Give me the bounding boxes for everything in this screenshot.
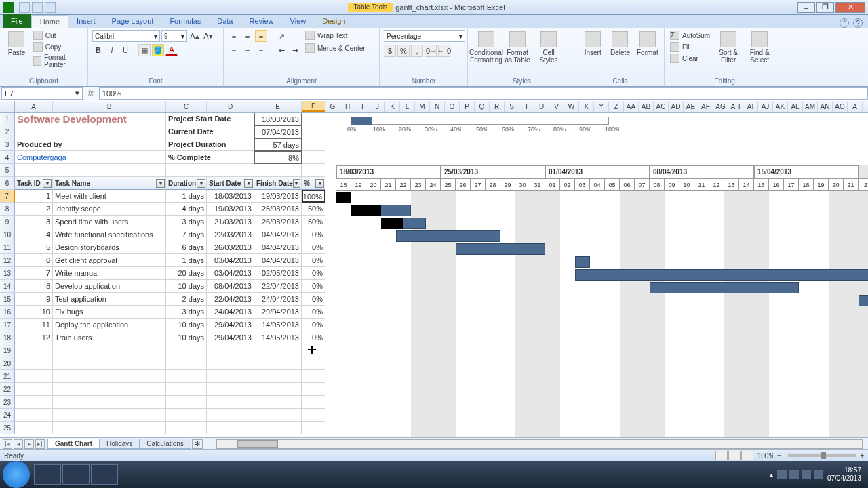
table-header-finish-date[interactable]: Finish Date▾ xyxy=(254,177,302,190)
cell[interactable]: 6 days xyxy=(166,241,207,254)
row-header-17[interactable]: 17 xyxy=(0,319,15,331)
row-header-7[interactable]: 7 xyxy=(0,190,15,203)
row-header-18[interactable]: 18 xyxy=(0,331,15,344)
cell[interactable]: 29/04/2013 xyxy=(254,306,302,319)
cell[interactable] xyxy=(254,370,302,383)
zoom-level[interactable]: 100% xyxy=(757,452,775,460)
cell[interactable]: 1 xyxy=(15,190,53,203)
align-middle-icon[interactable]: ≡ xyxy=(241,30,254,42)
filter-button[interactable]: ▾ xyxy=(315,179,324,188)
cell[interactable]: 0% xyxy=(302,280,326,293)
italic-button[interactable]: I xyxy=(106,44,118,56)
cell[interactable] xyxy=(15,422,53,434)
font-color-button[interactable]: A xyxy=(165,44,178,56)
cell[interactable]: 50% xyxy=(302,216,326,228)
table-header-%[interactable]: %▾ xyxy=(302,177,326,190)
cell[interactable]: 7 xyxy=(15,267,53,280)
filter-button[interactable]: ▾ xyxy=(43,179,52,188)
minimize-button[interactable]: – xyxy=(797,2,815,13)
sheet-nav-prev[interactable]: ◂ xyxy=(14,439,23,449)
cell[interactable]: 100% xyxy=(302,190,326,203)
cell[interactable]: 0% xyxy=(302,228,326,241)
horizontal-scrollbar[interactable] xyxy=(216,439,863,449)
filter-button[interactable]: ▾ xyxy=(197,179,205,188)
tab-view[interactable]: View xyxy=(282,14,315,28)
cell[interactable]: 03/04/2013 xyxy=(207,254,254,267)
sheet-tab-calculations[interactable]: Calculations xyxy=(139,439,191,449)
cell[interactable]: Spend time with users xyxy=(53,216,166,228)
cell[interactable]: 2 xyxy=(15,203,53,216)
cell[interactable] xyxy=(166,422,207,434)
format-painter-button[interactable]: Format Painter xyxy=(32,53,83,69)
cell[interactable]: 10 days xyxy=(166,331,207,344)
cell[interactable]: 22/04/2013 xyxy=(207,293,254,306)
cell[interactable] xyxy=(166,396,207,409)
cell[interactable] xyxy=(302,370,326,383)
table-header-duration[interactable]: Duration▾ xyxy=(166,177,207,190)
minimize-ribbon-icon[interactable]: ˄ xyxy=(840,18,849,28)
cell[interactable] xyxy=(15,383,53,396)
cell[interactable] xyxy=(166,357,207,370)
cut-button[interactable]: Cut xyxy=(32,30,83,41)
cell[interactable]: 04/04/2013 xyxy=(254,241,302,254)
filter-button[interactable]: ▾ xyxy=(244,179,253,188)
cell[interactable]: 8 xyxy=(15,280,53,293)
cell[interactable]: Design storyboards xyxy=(53,241,166,254)
sheet-nav-next[interactable]: ▸ xyxy=(24,439,34,449)
cell[interactable]: Test application xyxy=(53,293,166,306)
bold-button[interactable]: B xyxy=(92,44,104,56)
cell[interactable] xyxy=(254,409,302,422)
cell[interactable] xyxy=(302,383,326,396)
cell[interactable]: 19/03/2013 xyxy=(254,190,302,203)
row-header-20[interactable]: 20 xyxy=(0,357,15,370)
format-cells-button[interactable]: Format xyxy=(635,30,660,58)
cell[interactable]: 29/04/2013 xyxy=(207,331,254,344)
cell[interactable]: 4 days xyxy=(166,203,207,216)
cell[interactable]: Fix bugs xyxy=(53,306,166,319)
delete-cells-button[interactable]: Delete xyxy=(608,30,632,58)
column-header-E[interactable]: E xyxy=(254,101,302,112)
paste-button[interactable]: Paste xyxy=(4,30,29,58)
decrease-indent-icon[interactable]: ⇤ xyxy=(275,44,288,56)
cell[interactable] xyxy=(166,409,207,422)
tab-page-layout[interactable]: Page Layout xyxy=(104,14,162,28)
cell[interactable] xyxy=(302,409,326,422)
help-icon[interactable]: ? xyxy=(853,18,863,28)
cell[interactable] xyxy=(254,164,302,177)
qat-save-icon[interactable] xyxy=(19,2,30,13)
tray-network-icon[interactable] xyxy=(802,470,811,479)
cell[interactable] xyxy=(207,370,254,383)
grow-font-icon[interactable]: A▴ xyxy=(189,30,201,42)
filter-button[interactable]: ▾ xyxy=(293,179,300,188)
cell[interactable]: 08/04/2013 xyxy=(207,280,254,293)
cell[interactable]: 12 xyxy=(15,331,53,344)
tab-insert[interactable]: Insert xyxy=(68,14,104,28)
sheet-nav-first[interactable]: |◂ xyxy=(3,439,12,449)
cell[interactable] xyxy=(207,357,254,370)
find-select-button[interactable]: Find & Select xyxy=(745,30,774,65)
cell[interactable] xyxy=(15,409,53,422)
cell[interactable]: 8% xyxy=(254,151,302,164)
cell[interactable]: 24/04/2013 xyxy=(254,293,302,306)
cell[interactable] xyxy=(53,370,166,383)
cell[interactable] xyxy=(166,370,207,383)
restore-button[interactable]: ❐ xyxy=(816,2,834,13)
name-box[interactable]: F7▾ xyxy=(1,87,83,100)
cell[interactable] xyxy=(254,344,302,357)
taskbar-chrome[interactable] xyxy=(62,464,90,485)
cell[interactable] xyxy=(207,409,254,422)
cell[interactable]: 18/03/2013 xyxy=(254,113,302,125)
cell[interactable]: 0% xyxy=(302,267,326,280)
cell[interactable]: 7 days xyxy=(166,228,207,241)
qat-redo-icon[interactable] xyxy=(45,2,56,13)
underline-button[interactable]: U xyxy=(119,44,132,56)
cell[interactable]: 20 days xyxy=(166,267,207,280)
row-header-16[interactable]: 16 xyxy=(0,306,15,319)
row-header-22[interactable]: 22 xyxy=(0,383,15,396)
zoom-thumb[interactable] xyxy=(821,452,826,459)
tab-home[interactable]: Home xyxy=(31,15,68,28)
cell[interactable] xyxy=(207,344,254,357)
row-header-10[interactable]: 10 xyxy=(0,228,15,241)
cell[interactable]: Computergaga xyxy=(15,151,166,164)
cell[interactable]: Get client approval xyxy=(53,254,166,267)
